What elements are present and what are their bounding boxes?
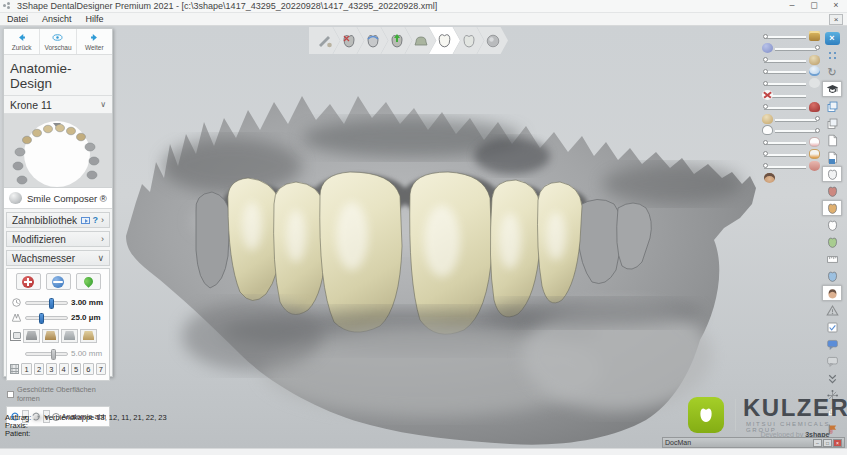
slider-patient-face[interactable] — [762, 173, 820, 185]
app-logo-icon — [3, 2, 13, 10]
slider-tooth-blue[interactable] — [762, 66, 820, 78]
caliper-icon — [11, 312, 22, 323]
menu-hilfe[interactable]: Hilfe — [79, 14, 111, 24]
radius-value: 5.00 mm — [71, 349, 106, 358]
slider-cap-red[interactable] — [762, 102, 820, 114]
preset-5-button[interactable]: 5 — [71, 363, 81, 375]
maximize-button[interactable]: ◻ — [803, 0, 825, 12]
menu-datei[interactable]: Datei — [0, 14, 35, 24]
tooth-red-icon — [826, 185, 839, 198]
sphere-icon — [485, 33, 501, 49]
new-page-button[interactable] — [822, 132, 842, 148]
slider-tooth-pink[interactable] — [762, 137, 820, 149]
3d-model-viewport[interactable] — [112, 26, 822, 448]
help-icon[interactable]: ? — [93, 215, 99, 225]
dental-arch-overview[interactable] — [4, 114, 112, 188]
bg-maximize-button[interactable]: □ — [823, 439, 832, 447]
section-modify[interactable]: Modifizieren › — [6, 231, 110, 247]
wax-tool-1-button[interactable] — [23, 329, 40, 343]
slider-tooth-tan[interactable] — [762, 114, 820, 126]
checklist-button[interactable] — [822, 319, 842, 335]
preset-7-button[interactable]: 7 — [96, 363, 106, 375]
slider-gingiva[interactable] — [762, 161, 820, 173]
layers-icon — [826, 100, 839, 113]
slider-tooth-orange[interactable] — [762, 149, 820, 161]
preset-4-button[interactable]: 4 — [59, 363, 69, 375]
slider-crown-outline[interactable] — [762, 125, 820, 137]
menu-ansicht[interactable]: Ansicht — [35, 14, 79, 24]
bg-minimize-button[interactable]: – — [813, 439, 822, 447]
preset-2-button[interactable]: 2 — [34, 363, 44, 375]
preset-1-button[interactable]: 1 — [21, 363, 31, 375]
warnings-button[interactable] — [822, 302, 842, 318]
tooth-outline-button[interactable] — [822, 217, 842, 233]
patient-photo-button[interactable] — [822, 285, 842, 301]
tooth-articulate-button[interactable] — [822, 268, 842, 284]
reset-view-button[interactable]: ↻ — [822, 64, 842, 80]
close-button[interactable]: × — [825, 0, 847, 12]
tool-stand-icon — [10, 330, 21, 341]
measure-ruler-button[interactable] — [822, 251, 842, 267]
tooth-orange-icon — [826, 202, 839, 215]
slider-antagonist[interactable] — [762, 43, 820, 55]
smooth-button[interactable] — [46, 273, 71, 290]
smoothing-slider[interactable] — [25, 316, 68, 320]
tooth-stamp-button[interactable] — [822, 234, 842, 250]
scissors-tooth-icon — [341, 33, 357, 49]
export-page-button[interactable] — [822, 149, 842, 165]
section-wax-knife[interactable]: Wachsmesser ∨ — [6, 250, 110, 266]
slider-scan-box[interactable] — [762, 31, 820, 43]
library-widget-icon[interactable] — [81, 217, 90, 224]
distance-slider[interactable] — [25, 301, 68, 305]
slider-layer-faint[interactable] — [762, 78, 820, 90]
tooth-red-button[interactable] — [822, 183, 842, 199]
page-icon — [826, 134, 839, 147]
tooth-inspect-button[interactable] — [822, 200, 842, 216]
tooth-chart-icon — [10, 364, 19, 374]
comment-gray-icon — [826, 355, 839, 368]
section-tooth-library[interactable]: Zahnbibliothek ? › — [6, 212, 110, 228]
close-viewport-button[interactable]: × — [822, 30, 842, 46]
wax-tool-2-button[interactable] — [42, 329, 59, 343]
page-export-icon — [826, 151, 839, 164]
tooth-blue-icon — [826, 270, 839, 283]
crown-outline-icon — [762, 125, 773, 135]
chevron-right-icon: › — [101, 234, 104, 244]
training-mode-button[interactable] — [822, 81, 842, 97]
copy-view-blue-button[interactable] — [822, 98, 842, 114]
title-bar: 3Shape DentalDesigner Premium 2021 - [c:… — [0, 0, 847, 13]
orange-base-icon — [809, 149, 820, 159]
sculpt-tool-icon — [317, 33, 333, 49]
radius-slider[interactable] — [25, 352, 68, 356]
tooth-sketch-button[interactable] — [822, 166, 842, 182]
comment-gray-button[interactable] — [822, 353, 842, 369]
protected-surfaces-checkbox[interactable]: Geschützte Oberflächen formen — [7, 385, 109, 403]
minimize-button[interactable]: – — [781, 0, 803, 12]
tooth-selector-dropdown[interactable]: Krone 11 ∨ — [4, 96, 112, 114]
preset-3-button[interactable]: 3 — [46, 363, 56, 375]
collapse-panels-button[interactable] — [822, 370, 842, 386]
wax-tool-4-button[interactable] — [80, 329, 97, 343]
kulzer-logo-icon — [688, 397, 724, 433]
next-button[interactable]: Weiter — [77, 29, 112, 54]
red-cap-icon — [809, 102, 820, 112]
preset-6-button[interactable]: 6 — [83, 363, 93, 375]
mdi-close-button[interactable]: × — [829, 14, 843, 25]
remove-material-button[interactable] — [76, 273, 101, 290]
wax-tool-3-button[interactable] — [61, 329, 78, 343]
slider-cut[interactable] — [762, 90, 820, 102]
add-material-button[interactable] — [16, 273, 41, 290]
slider-crown-tan[interactable] — [762, 55, 820, 67]
smile-composer-button[interactable]: Smile Composer ® — [4, 188, 112, 209]
layers-icon — [826, 117, 839, 130]
preview-button[interactable]: Vorschau — [40, 29, 76, 54]
background-window-titlebar[interactable]: DocMan – □ × — [662, 437, 845, 448]
wizard-navigation: Zurück Vorschau Weiter — [4, 29, 112, 55]
workflow-steps-bar — [309, 27, 508, 54]
back-button[interactable]: Zurück — [4, 29, 40, 54]
bg-close-button[interactable]: × — [833, 439, 842, 447]
view-dots-button[interactable] — [822, 47, 842, 63]
comment-blue-button[interactable] — [822, 336, 842, 352]
copy-view-button[interactable] — [822, 115, 842, 131]
chevron-down-icon: ∨ — [100, 100, 106, 109]
